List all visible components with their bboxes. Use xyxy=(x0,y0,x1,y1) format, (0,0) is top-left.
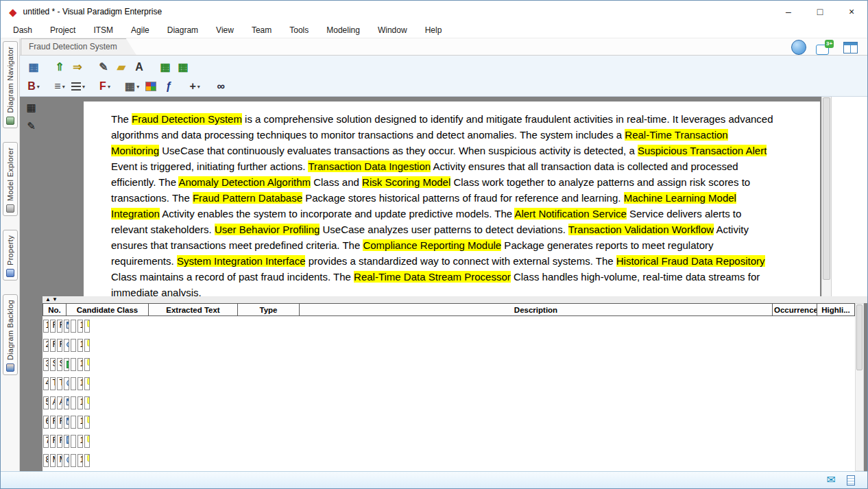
cell-description[interactable] xyxy=(71,396,76,409)
brush-tool-icon[interactable]: ✎ xyxy=(27,121,36,131)
diagram-window-button[interactable]: ▦ xyxy=(25,59,42,75)
splitter-collapse-down-icon[interactable]: ▼ xyxy=(52,297,58,302)
table-button[interactable]: ▦▾ xyxy=(123,78,141,95)
cell-description[interactable] xyxy=(71,377,76,390)
sidebar-tab-model-explorer[interactable]: Model Explorer xyxy=(3,142,18,216)
cell-type[interactable]: Activity xyxy=(64,377,69,390)
table-row[interactable]: 4Transaction Data IngestionTransaction D… xyxy=(43,374,67,393)
cell-highlight[interactable] xyxy=(84,454,90,467)
table-row[interactable]: 1Fraud Detection SystemFraud Detection S… xyxy=(43,316,67,335)
cell-candidate-class[interactable]: Fraud Pattern Database xyxy=(50,435,56,448)
column-header-type[interactable]: Type xyxy=(238,304,300,316)
document-scrollbar-thumb[interactable] xyxy=(823,97,830,280)
menu-item-team[interactable]: Team xyxy=(243,25,280,35)
menu-item-project[interactable]: Project xyxy=(41,25,84,35)
cell-extracted-text[interactable]: Fraud Pattern Database xyxy=(57,435,62,448)
cell-highlight[interactable] xyxy=(84,339,90,352)
cell-occurrence[interactable]: 1 xyxy=(77,358,83,371)
note-icon[interactable] xyxy=(847,475,855,486)
insert-button[interactable]: +▾ xyxy=(186,78,203,95)
cell-description[interactable] xyxy=(71,435,76,448)
find-button[interactable]: ∞ xyxy=(213,78,229,95)
cell-type[interactable]: Package xyxy=(64,435,69,448)
cell-extracted-text[interactable]: Real-Time Transaction Monitoring xyxy=(57,339,62,352)
table-row[interactable]: 2Real-Time Transaction MonitoringReal-Ti… xyxy=(43,335,67,355)
minimize-button[interactable]: – xyxy=(773,1,804,23)
font-button[interactable]: F▾ xyxy=(97,78,113,95)
community-icon[interactable] xyxy=(791,40,806,55)
splitter-bar[interactable]: ▲ ▼ xyxy=(43,296,867,303)
table-row[interactable]: 5Anomaly Detection AlgorithmAnomaly Dete… xyxy=(43,393,67,412)
sidebar-tab-diagram-backlog[interactable]: Diagram Backlog xyxy=(3,294,18,375)
maximize-button[interactable]: □ xyxy=(804,1,836,23)
close-button[interactable]: × xyxy=(836,1,867,23)
table-row[interactable]: 3Suspicious Transaction AlertSuspicious … xyxy=(43,355,67,374)
highlighter-button[interactable]: ▰ xyxy=(113,59,130,75)
cell-occurrence[interactable]: 1 xyxy=(77,416,83,429)
column-header-candidate-class[interactable]: Candidate Class xyxy=(67,304,149,316)
cell-description[interactable] xyxy=(71,416,76,429)
table-insert-button[interactable]: ▦ xyxy=(157,59,173,75)
document-scrollbar[interactable] xyxy=(821,97,831,296)
column-header-description[interactable]: Description xyxy=(300,304,773,316)
cell-description[interactable] xyxy=(71,454,76,467)
menu-item-view[interactable]: View xyxy=(207,25,243,35)
cell-highlight[interactable] xyxy=(84,358,90,371)
cell-occurrence[interactable]: 1 xyxy=(77,435,83,448)
cell-candidate-class[interactable]: Risk Scoring Model xyxy=(50,416,56,429)
cell-description[interactable] xyxy=(71,339,76,352)
cell-highlight[interactable] xyxy=(84,377,90,390)
messages-icon[interactable]: 3+ xyxy=(816,40,834,55)
cell-description[interactable] xyxy=(71,320,76,333)
cell-candidate-class[interactable]: Anomaly Detection Algorithm xyxy=(50,396,56,409)
mail-icon[interactable]: ✉ xyxy=(827,475,836,486)
cell-occurrence[interactable]: 1 xyxy=(77,339,83,352)
column-header-no[interactable]: No. xyxy=(43,304,67,316)
sidebar-tab-property[interactable]: Property xyxy=(3,230,18,281)
cell-type[interactable]: ?Unspecified xyxy=(64,358,69,371)
menu-item-help[interactable]: Help xyxy=(416,25,451,35)
column-header-highli[interactable]: Highli... xyxy=(817,304,855,316)
cell-candidate-class[interactable]: Transaction Data Ingestion xyxy=(50,377,56,390)
cell-extracted-text[interactable]: Machine Learning Model Integration xyxy=(57,454,62,467)
cell-highlight[interactable] xyxy=(84,320,90,333)
sidebar-tab-diagram-navigator[interactable]: Diagram Navigator xyxy=(3,41,18,128)
document-page[interactable]: The Fraud Detection System is a comprehe… xyxy=(84,102,820,296)
column-header-occurrence[interactable]: Occurrence xyxy=(773,304,817,316)
table-row[interactable]: 6Risk Scoring ModelRisk Scoring ModelCla… xyxy=(43,412,67,431)
bold-button[interactable]: B▾ xyxy=(25,78,42,95)
cell-occurrence[interactable]: 1 xyxy=(77,320,83,333)
panes-icon[interactable] xyxy=(843,42,858,53)
cell-type[interactable]: Class xyxy=(64,320,69,333)
menu-item-modeling[interactable]: Modeling xyxy=(317,25,369,35)
menu-item-diagram[interactable]: Diagram xyxy=(158,25,207,35)
cell-type[interactable]: Class xyxy=(64,396,69,409)
table-scrollbar[interactable] xyxy=(855,303,864,471)
cell-extracted-text[interactable]: Risk Scoring Model xyxy=(57,416,62,429)
cell-type[interactable]: Activity xyxy=(64,454,69,467)
cell-extracted-text[interactable]: Suspicious Transaction Alert xyxy=(57,358,62,371)
export-button[interactable]: ⇒ xyxy=(69,59,86,75)
cell-extracted-text[interactable]: Fraud Detection System xyxy=(57,320,62,333)
align-button[interactable]: ≡▾ xyxy=(51,78,68,95)
cell-type[interactable]: Use Case xyxy=(64,339,69,352)
cell-extracted-text[interactable]: Anomaly Detection Algorithm xyxy=(57,396,62,409)
table-row[interactable]: 8Machine Learning Model IntegrationMachi… xyxy=(43,451,67,470)
column-header-extracted-text[interactable]: Extracted Text xyxy=(149,304,238,316)
list-button[interactable]: ▾ xyxy=(69,78,87,95)
import-button[interactable]: ⇑ xyxy=(51,59,68,75)
function-button[interactable]: ƒ xyxy=(160,78,177,95)
cell-extracted-text[interactable]: Transaction Data Ingestion xyxy=(57,377,62,390)
cell-candidate-class[interactable]: Fraud Detection System xyxy=(50,320,56,333)
table-tool-icon[interactable]: ▦ xyxy=(26,102,36,112)
color-button[interactable] xyxy=(143,78,159,95)
menu-item-agile[interactable]: Agile xyxy=(122,25,158,35)
table-row[interactable]: 7Fraud Pattern DatabaseFraud Pattern Dat… xyxy=(43,431,67,451)
cell-occurrence[interactable]: 1 xyxy=(77,377,83,390)
menu-item-dash[interactable]: Dash xyxy=(4,25,41,35)
cell-occurrence[interactable]: 1 xyxy=(77,396,83,409)
cell-description[interactable] xyxy=(71,358,76,371)
menu-item-itsm[interactable]: ITSM xyxy=(84,25,122,35)
splitter-collapse-up-icon[interactable]: ▲ xyxy=(45,297,51,302)
splitter[interactable]: ▲ ▼ xyxy=(20,296,867,303)
